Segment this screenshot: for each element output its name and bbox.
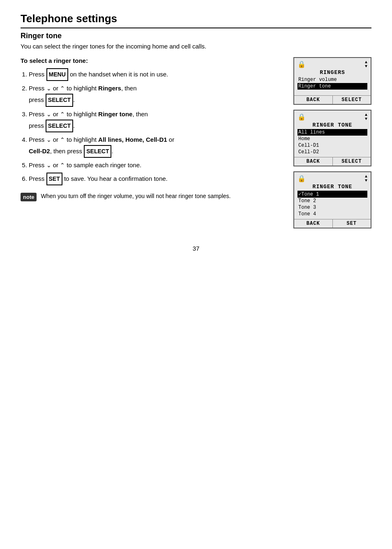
step4-text-before: Press: [29, 136, 46, 143]
screen-1: 🔒 ▲ ▼ RINGERS Ringer volume Ringer tone …: [293, 57, 371, 105]
step4-bold-word2: Cell-D2: [29, 148, 50, 155]
screen3-scroll-icon: ▲ ▼: [365, 175, 367, 183]
step3-arrow-down-icon: ⌄: [46, 109, 51, 120]
step4-select-button: SELECT: [84, 145, 111, 158]
screen-2: 🔒 ▲ ▼ RINGER TONE All lines Home Cell-D1…: [293, 110, 371, 166]
screen1-scroll-icon: ▲ ▼: [365, 60, 367, 69]
step2-or: or: [51, 85, 60, 92]
page-number: 37: [21, 245, 371, 252]
step-2: Press ⌄ or ⌃ to highlight Ringers, thenp…: [29, 83, 281, 106]
step4-end: .: [111, 148, 113, 155]
step2-arrow-up-icon: ⌃: [60, 83, 65, 94]
screen1-lock-icon: 🔒: [297, 60, 306, 69]
step5-or: or: [51, 161, 60, 168]
note-box: note When you turn off the ringer volume…: [21, 193, 281, 201]
screen1-item-1: Ringer volume: [297, 76, 367, 83]
screen2-back-button: BACK: [294, 157, 333, 166]
step2-arrow-down-icon: ⌄: [46, 83, 51, 94]
step2-end: .: [73, 96, 75, 103]
screens-panel: 🔒 ▲ ▼ RINGERS Ringer volume Ringer tone …: [293, 57, 371, 228]
page-title: Telephone settings: [21, 12, 371, 25]
step4-arrow-down-icon: ⌄: [46, 135, 51, 145]
step3-or: or: [51, 111, 60, 118]
step6-text-before: Press: [29, 175, 46, 182]
step5-arrow-up-icon: ⌃: [60, 160, 65, 171]
screen3-back-button: BACK: [294, 219, 333, 228]
screen2-select-button: SELECT: [333, 157, 371, 166]
screen3-item-1: ✓Tone 1: [297, 191, 367, 198]
screen3-footer: BACK SET: [294, 219, 371, 228]
screen1-select-button: SELECT: [333, 96, 371, 104]
intro-text: You can select the ringer tones for the …: [21, 43, 371, 50]
step1-text-before: Press: [29, 71, 46, 78]
screen2-scroll-icon: ▲ ▼: [365, 113, 367, 121]
screen3-lock-icon: 🔒: [297, 175, 306, 183]
sub-heading: To select a ringer tone:: [21, 57, 281, 64]
step4-or: or: [51, 136, 60, 143]
step5-text-before: Press: [29, 161, 46, 168]
screen1-footer: BACK SELECT: [294, 95, 371, 104]
step3-select-button: SELECT: [46, 120, 73, 132]
step3-arrow-up-icon: ⌃: [60, 109, 65, 120]
step2-bold-word: Ringers: [98, 85, 121, 92]
step4-or2: or: [167, 136, 175, 143]
scroll-down-icon: ▼: [365, 179, 367, 183]
step4-arrow-up-icon: ⌃: [60, 135, 65, 145]
screen1-item-2: Ringer tone: [297, 83, 367, 90]
note-label: note: [21, 193, 37, 201]
step3-end: .: [73, 122, 75, 129]
steps-list: Press MENU on the handset when it is not…: [21, 68, 281, 185]
screen1-inner: 🔒 ▲ ▼ RINGERS Ringer volume Ringer tone: [294, 58, 371, 94]
step-1: Press MENU on the handset when it is not…: [29, 68, 281, 81]
step6-text-after: to save. You hear a confirmation tone.: [62, 175, 168, 182]
step2-highlight-text: to highlight: [65, 85, 98, 92]
screen3-item-3: Tone 3: [297, 204, 367, 211]
screen2-item-1: All lines: [297, 129, 367, 136]
screen2-title: RINGER TONE: [297, 122, 367, 128]
instructions-panel: To select a ringer tone: Press MENU on t…: [21, 57, 281, 201]
step-3: Press ⌄ or ⌃ to highlight Ringer tone, t…: [29, 108, 281, 132]
screen1-back-button: BACK: [294, 96, 333, 104]
scroll-down-icon: ▼: [365, 117, 367, 121]
step1-text-after: on the handset when it is not in use.: [68, 71, 168, 78]
step4-highlight-text: to highlight: [65, 136, 98, 143]
step3-bold-word: Ringer tone: [98, 111, 132, 118]
screen2-header: 🔒 ▲ ▼: [297, 113, 367, 121]
screen2-item-3: Cell-D1: [297, 142, 367, 149]
step-5: Press ⌄ or ⌃ to sample each ringer tone.: [29, 159, 281, 171]
screen1-header: 🔒 ▲ ▼: [297, 60, 367, 69]
step1-menu-button: MENU: [46, 68, 68, 81]
screen2-inner: 🔒 ▲ ▼ RINGER TONE All lines Home Cell-D1…: [294, 111, 371, 155]
screen2-item-2: Home: [297, 136, 367, 142]
step4-then: , then press: [50, 148, 84, 155]
step2-text-before: Press: [29, 85, 46, 92]
screen-3: 🔒 ▲ ▼ RINGER TONE ✓Tone 1 Tone 2 Tone 3 …: [293, 171, 371, 228]
step-6: Press SET to save. You hear a confirmati…: [29, 173, 281, 185]
scroll-down-icon: ▼: [365, 65, 367, 69]
content-area: To select a ringer tone: Press MENU on t…: [21, 57, 371, 228]
step5-text-after: to sample each ringer tone.: [65, 161, 141, 168]
note-text: When you turn off the ringer volume, you…: [41, 193, 231, 199]
divider: [21, 28, 371, 28]
step6-set-button: SET: [46, 173, 62, 185]
step3-text-before: Press: [29, 111, 46, 118]
screen3-item-2: Tone 2: [297, 198, 367, 204]
screen2-lock-icon: 🔒: [297, 113, 306, 121]
screen3-item-4: Tone 4: [297, 211, 367, 217]
screen2-item-4: Cell-D2: [297, 149, 367, 155]
step-4: Press ⌄ or ⌃ to highlight All lines, Hom…: [29, 134, 281, 158]
screen2-footer: BACK SELECT: [294, 157, 371, 166]
step2-select-button: SELECT: [46, 94, 73, 106]
screen1-title: RINGERS: [297, 69, 367, 76]
section-title: Ringer tone: [21, 32, 371, 40]
step3-highlight-text: to highlight: [65, 111, 98, 118]
screen3-set-button: SET: [333, 219, 371, 228]
step4-bold-word1: All lines, Home, Cell-D1: [98, 136, 167, 143]
step5-arrow-down-icon: ⌄: [46, 160, 51, 171]
screen3-inner: 🔒 ▲ ▼ RINGER TONE ✓Tone 1 Tone 2 Tone 3 …: [294, 172, 371, 217]
screen3-title: RINGER TONE: [297, 184, 367, 190]
screen3-header: 🔒 ▲ ▼: [297, 175, 367, 183]
